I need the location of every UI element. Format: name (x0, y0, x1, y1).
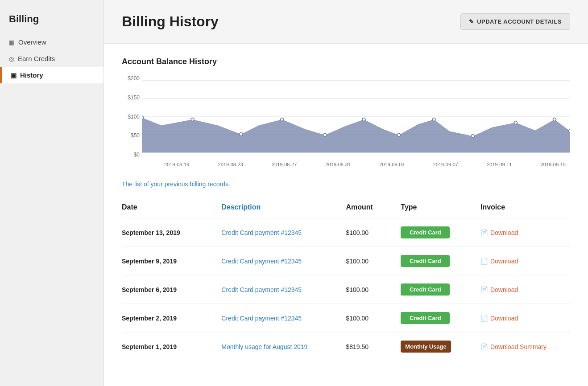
type-badge: Credit Card (401, 226, 450, 238)
page-header: Billing History ✎ UPDATE ACCOUNT DETAILS (104, 0, 588, 44)
y-label-150: $150 (122, 94, 140, 101)
row-date: September 9, 2019 (122, 247, 221, 275)
sidebar-item-label-earn-credits: Earn Credits (18, 55, 55, 62)
file-icon: 📄 (480, 229, 488, 236)
earn-credits-icon: ◎ (9, 55, 14, 62)
file-icon: 📄 (480, 286, 488, 293)
chart-title: Account Balance History (122, 57, 570, 66)
row-type: Credit Card (401, 247, 480, 275)
row-invoice[interactable]: 📄 Download (480, 304, 570, 333)
overview-icon: ▦ (9, 39, 15, 46)
row-amount: $819.50 (346, 333, 401, 361)
y-label-0: $0 (122, 152, 140, 158)
y-label-200: $200 (122, 75, 140, 82)
sidebar-item-label-overview: Overview (18, 38, 46, 46)
row-type: Credit Card (401, 218, 480, 247)
download-label: Download (490, 286, 518, 293)
sidebar-item-history[interactable]: ▣ History (0, 67, 104, 83)
row-amount: $100.00 (346, 218, 401, 247)
table-row: September 2, 2019 Credit Card payment #1… (122, 304, 570, 333)
x-label-4: 2019-09-03 (379, 162, 404, 167)
y-label-100: $100 (122, 114, 140, 120)
main-content: Billing History ✎ UPDATE ACCOUNT DETAILS… (104, 0, 588, 386)
row-invoice[interactable]: 📄 Download (480, 247, 570, 275)
col-header-type: Type (401, 199, 480, 218)
sidebar-item-label-history: History (20, 71, 43, 79)
svg-point-15 (514, 121, 517, 124)
table-row: September 6, 2019 Credit Card payment #1… (122, 275, 570, 304)
row-description: Credit Card payment #12345 (221, 218, 346, 247)
svg-point-16 (553, 118, 556, 121)
balance-chart (142, 75, 570, 158)
x-label-6: 2019-09-11 (487, 162, 512, 167)
type-badge: Credit Card (401, 283, 450, 296)
row-date: September 1, 2019 (122, 333, 221, 361)
svg-point-10 (323, 133, 327, 136)
svg-point-13 (432, 118, 435, 121)
x-label-0: 2019-08-19 (164, 162, 189, 167)
download-link[interactable]: 📄 Download (480, 258, 570, 265)
svg-marker-5 (142, 118, 570, 153)
x-axis-labels: 2019-08-19 2019-08-23 2019-08-27 2019-08… (142, 160, 570, 167)
update-account-button[interactable]: ✎ UPDATE ACCOUNT DETAILS (460, 13, 570, 30)
svg-point-8 (240, 133, 243, 136)
download-link[interactable]: 📄 Download Summary (480, 343, 570, 350)
history-icon: ▣ (11, 72, 17, 79)
row-type: Credit Card (401, 275, 480, 304)
file-icon: 📄 (480, 258, 488, 265)
row-amount: $100.00 (346, 275, 401, 304)
x-label-2: 2019-08-27 (272, 162, 297, 167)
sidebar-item-overview[interactable]: ▦ Overview (0, 34, 104, 50)
row-type: Credit Card (401, 304, 480, 333)
download-label: Download (490, 229, 518, 236)
svg-point-9 (281, 118, 284, 121)
type-badge: Monthly Usage (401, 341, 451, 353)
chart-section: Account Balance History $200 $150 $100 $… (122, 57, 570, 176)
row-invoice[interactable]: 📄 Download (480, 218, 570, 247)
file-icon: 📄 (480, 343, 488, 350)
row-invoice[interactable]: 📄 Download (480, 275, 570, 304)
billing-table: Date Description Amount Type Invoice Sep… (122, 199, 570, 361)
update-btn-label: UPDATE ACCOUNT DETAILS (477, 18, 562, 25)
sidebar: Billing ▦ Overview ◎ Earn Credits ▣ Hist… (0, 0, 104, 386)
update-icon: ✎ (469, 18, 474, 25)
row-type: Monthly Usage (401, 333, 480, 361)
row-description: Credit Card payment #12345 (221, 247, 346, 275)
file-icon: 📄 (480, 315, 488, 322)
billing-intro: The list of your previous billing record… (122, 181, 570, 188)
content-area: Account Balance History $200 $150 $100 $… (104, 44, 588, 374)
sidebar-item-earn-credits[interactable]: ◎ Earn Credits (0, 50, 104, 67)
row-date: September 2, 2019 (122, 304, 221, 333)
x-label-1: 2019-08-23 (218, 162, 243, 167)
download-label: Download Summary (490, 343, 547, 350)
sidebar-title: Billing (0, 9, 104, 34)
row-date: September 6, 2019 (122, 275, 221, 304)
svg-point-11 (362, 118, 365, 121)
svg-point-17 (569, 130, 570, 133)
row-amount: $100.00 (346, 304, 401, 333)
x-label-3: 2019-08-31 (326, 162, 351, 167)
type-badge: Credit Card (401, 312, 450, 324)
svg-point-12 (398, 133, 401, 136)
row-invoice[interactable]: 📄 Download Summary (480, 333, 570, 361)
col-header-description: Description (221, 199, 346, 218)
row-date: September 13, 2019 (122, 218, 221, 247)
table-row: September 1, 2019 Monthly usage for Augu… (122, 333, 570, 361)
download-link[interactable]: 📄 Download (480, 286, 570, 293)
y-label-50: $50 (122, 132, 140, 139)
table-row: September 9, 2019 Credit Card payment #1… (122, 247, 570, 275)
svg-point-14 (471, 135, 474, 138)
row-description: Credit Card payment #12345 (221, 275, 346, 304)
download-link[interactable]: 📄 Download (480, 229, 570, 236)
col-header-invoice: Invoice (480, 199, 570, 218)
download-label: Download (490, 258, 518, 265)
type-badge: Credit Card (401, 255, 450, 267)
download-label: Download (490, 315, 518, 322)
col-header-amount: Amount (346, 199, 401, 218)
x-label-7: 2019-09-15 (541, 162, 566, 167)
download-link[interactable]: 📄 Download (480, 315, 570, 322)
svg-point-7 (191, 118, 194, 121)
row-amount: $100.00 (346, 247, 401, 275)
row-description: Credit Card payment #12345 (221, 304, 346, 333)
svg-point-6 (142, 116, 143, 119)
